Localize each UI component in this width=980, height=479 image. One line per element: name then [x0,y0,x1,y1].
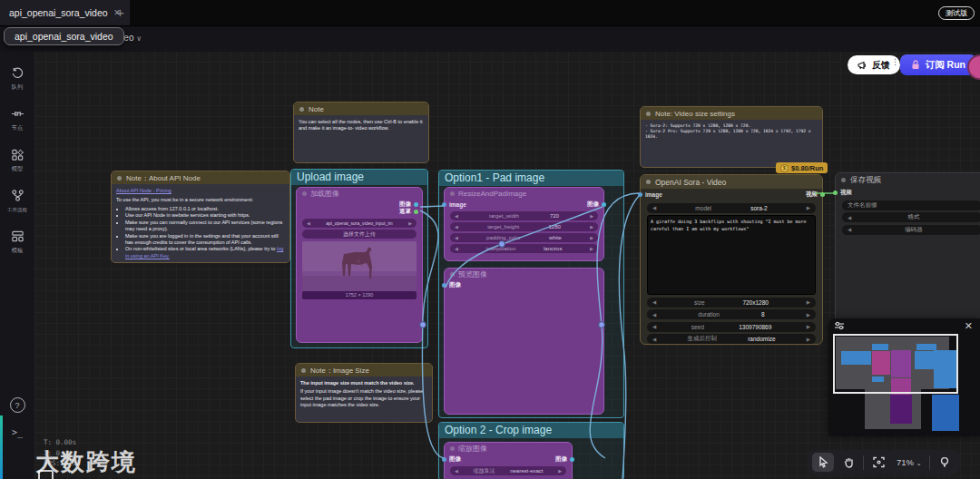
terminal-button[interactable]: >_ [12,427,23,437]
output-mask-port[interactable]: 遮罩 [399,208,418,216]
collapse-dot-icon[interactable] [117,176,122,181]
interpolation-widget[interactable]: ◀interpolationlanczos▶ [450,244,598,253]
duration-widget[interactable]: ◀duration8▶ [647,309,816,319]
group-title[interactable]: Upload image [291,170,427,185]
model-widget[interactable]: ◀modelsora-2▶ [647,203,816,213]
collapse-dot-icon[interactable] [646,180,651,184]
note-body: You can select all the nodes, then use C… [294,115,428,136]
node-title: 预览图像 [445,269,603,280]
node-preview-image[interactable]: 预览图像 图像 [444,268,604,415]
node-scale-image[interactable]: 缩放图像 图像 图像 ◀缩放算法nearest-exact▶ [444,442,573,479]
target-width-widget[interactable]: ◀target_width720▶ [450,211,598,220]
port-dot[interactable] [442,457,446,462]
fit-view-button[interactable] [867,453,889,472]
tab-api-openai-sora-video[interactable]: api_openai_sora_video × [0,0,130,25]
filename-prefix-widget[interactable]: 文件名前缀 [842,200,980,210]
workflow-icon [11,189,24,202]
input-image-port[interactable]: image [644,191,662,198]
port-dot[interactable] [442,283,446,288]
input-image-port[interactable]: image [448,201,466,208]
node-title: 保存视频 [836,173,980,187]
node-save-video[interactable]: 保存视频 视频 文件名前缀 ◀格式 ◀编码器 [835,172,980,328]
note-image-size[interactable]: Note：Image Size The input image size mus… [295,363,433,423]
templates-icon [11,230,24,243]
minimap-panel[interactable]: ✕ [828,318,980,436]
node-load-image[interactable]: 加载图像 图像 遮罩 ◀ api_openai_sora_video_input… [296,187,423,343]
canvas-toolbar: 71% ⌄ [808,450,960,474]
pan-tool-button[interactable] [838,453,859,472]
collapse-dot-icon[interactable] [301,368,306,373]
node-resize-and-pad-image[interactable]: ResizeAndPadImage image 图像 ◀target_width… [444,187,604,261]
port-dot[interactable] [442,202,446,207]
seed-widget[interactable]: ◀seed1309790869▶ [647,322,816,332]
sidebar-item-workflows[interactable]: 工作流程 [5,189,30,214]
app-window: Note：About API Node About API Node - Pri… [0,0,980,479]
note-header: Note [294,103,428,115]
toolbar-divider [929,455,930,470]
help-button[interactable]: ? [10,397,25,413]
queue-history-icon [11,66,24,80]
minimap-close-icon[interactable]: ✕ [965,320,973,332]
theme-lightbulb-button[interactable] [934,453,956,472]
image-file-combo[interactable]: ◀ api_openai_sora_video_input_im ▶ [302,219,416,228]
collapse-dot-icon[interactable] [299,107,304,112]
note-header: Note: Video size settings [641,107,822,120]
sidebar-item-nodes[interactable]: 节点 [11,107,24,132]
next-arrow-icon[interactable]: ▶ [408,220,412,226]
input-image-port[interactable]: 图像 [448,455,461,464]
subscribe-run-button[interactable]: 订阅 Run [900,54,976,75]
note-video-size-settings[interactable]: Note: Video size settings - Sora-2: Supp… [640,106,823,168]
group-title[interactable]: Option 2 - Crop image [439,423,623,438]
node-title: ResizeAndPadImage [445,188,603,200]
size-widget[interactable]: ◀size720x1280▶ [647,298,816,308]
new-tab-button[interactable]: + [116,5,124,20]
minimap-viewport[interactable] [833,334,958,394]
padding-color-widget[interactable]: ◀padding_colorwhite▶ [450,233,598,242]
collapse-dot-icon[interactable] [302,191,307,196]
group-title[interactable]: Option1 - Pad image [439,171,623,186]
choose-file-upload-button[interactable]: 选择文件上传 [302,230,416,239]
port-dot[interactable] [414,210,418,214]
output-image-port[interactable]: 图像 [587,200,600,209]
prev-arrow-icon[interactable]: ◀ [307,220,310,226]
encoder-widget[interactable]: ◀编码器 [842,225,980,235]
tab-bar: api_openai_sora_video × + 测试版 [0,0,980,25]
control-after-generate-widget[interactable]: ◀生成后控制randomize▶ [647,334,816,344]
note-about-api-node[interactable]: Note：About API Node About API Node - Pri… [111,171,290,263]
node-openai-sora-video[interactable]: OpenAI Sora - Video image 视频 ◀modelsora-… [640,174,823,345]
port-dot[interactable] [602,202,606,207]
collapse-dot-icon[interactable] [450,191,455,196]
models-icon [11,148,24,161]
sidebar-item-queue[interactable]: 队列 [11,66,24,92]
port-dot[interactable] [833,191,838,195]
zoom-level-dropdown[interactable]: 71% ⌄ [893,457,926,467]
note-body: About API Node - Pricing To use the API,… [112,184,289,263]
minimap-settings-icon[interactable] [834,321,846,333]
format-widget[interactable]: ◀格式 [842,212,980,222]
collapse-dot-icon[interactable] [450,446,455,451]
port-dot[interactable] [820,192,825,197]
node-title: 缩放图像 [445,443,572,455]
sidebar-item-templates[interactable]: 模板 [11,230,24,255]
collapse-dot-icon[interactable] [841,178,846,182]
watermark-square-icon [38,470,54,479]
note-header: Note：About API Node [112,171,289,184]
collapse-dot-icon[interactable] [450,272,455,277]
collapse-dot-icon[interactable] [646,112,651,116]
about-api-link[interactable]: About API Node - Pricing [116,188,172,193]
prompt-textarea[interactable]: A giraffe doing 3 backflips with shoutin… [647,215,816,295]
output-video-port[interactable]: 视频 [806,191,818,199]
scale-method-widget[interactable]: ◀缩放算法nearest-exact▶ [450,466,566,475]
target-height-widget[interactable]: ◀target_height1280▶ [450,222,598,231]
input-image-port[interactable]: 图像 [448,281,461,289]
select-tool-button[interactable] [812,453,834,472]
sidebar-item-models[interactable]: 模型 [11,148,24,173]
port-dot[interactable] [570,457,574,462]
port-dot[interactable] [414,202,418,207]
nodes-icon [11,107,24,121]
input-video-port[interactable]: 视频 [839,189,852,197]
output-image-port[interactable]: 图像 [555,455,568,464]
note-select-nodes[interactable]: Note You can select all the nodes, then … [293,102,429,163]
port-dot[interactable] [638,192,642,197]
chevron-down-icon: ⌄ [916,460,922,466]
